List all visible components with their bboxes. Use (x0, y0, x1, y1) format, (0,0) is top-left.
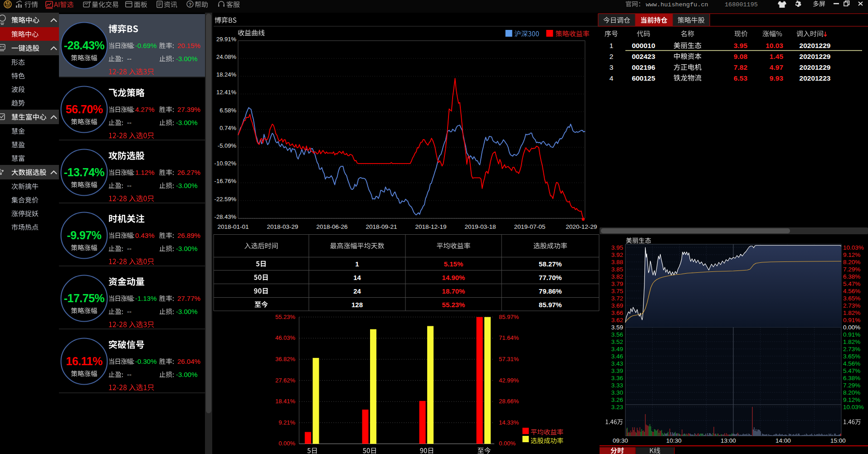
svg-text:3.59: 3.59 (611, 324, 623, 331)
svg-text:2: 2 (610, 53, 614, 60)
svg-text:1.12%: 1.12% (135, 169, 155, 176)
svg-text:1.45: 1.45 (770, 53, 784, 60)
svg-text:-3.00%: -3.00% (176, 308, 198, 315)
svg-text:0.43%: 0.43% (135, 232, 155, 239)
svg-text:4.56%: 4.56% (843, 360, 860, 367)
svg-text:-3.00%: -3.00% (176, 182, 198, 189)
svg-text:10.03%: 10.03% (843, 244, 864, 251)
svg-text:--: -- (127, 245, 132, 252)
svg-text:168001195: 168001195 (725, 1, 758, 8)
svg-text:55.23%: 55.23% (275, 314, 296, 320)
svg-text:27.77%: 27.77% (177, 295, 200, 302)
svg-text:-28.43%: -28.43% (215, 213, 237, 220)
svg-text:-17.75%: -17.75% (64, 292, 105, 304)
svg-text:3.30: 3.30 (611, 389, 623, 396)
svg-text:-3.00%: -3.00% (176, 245, 198, 252)
svg-text:24: 24 (353, 287, 361, 295)
svg-text:09:30: 09:30 (613, 437, 628, 444)
svg-text:26.04%: 26.04% (177, 357, 200, 365)
svg-text:18.70%: 18.70% (442, 287, 465, 295)
svg-text:28.66%: 28.66% (499, 398, 519, 405)
svg-text:2.73%: 2.73% (843, 302, 860, 309)
svg-text:3.79: 3.79 (611, 280, 623, 287)
svg-text:5.47%: 5.47% (843, 280, 860, 287)
svg-text:18.24%: 18.24% (216, 71, 237, 78)
svg-text:3.72: 3.72 (611, 295, 623, 302)
svg-text:0.74%: 0.74% (219, 125, 236, 131)
svg-text:0.00%: 0.00% (278, 440, 295, 447)
svg-text:?: ? (189, 2, 192, 7)
svg-text:3.82: 3.82 (611, 273, 623, 280)
svg-text:-3.00%: -3.00% (176, 55, 198, 63)
svg-text:20201229: 20201229 (800, 53, 831, 60)
svg-text:128: 128 (351, 301, 363, 309)
svg-text:15:00: 15:00 (830, 437, 846, 444)
svg-text:3.36: 3.36 (611, 375, 623, 382)
svg-text:-0.30%: -0.30% (135, 357, 157, 365)
svg-text:20201223: 20201223 (800, 74, 831, 82)
svg-text:000010: 000010 (632, 42, 655, 49)
svg-text:3.26: 3.26 (611, 396, 623, 403)
svg-text:4.56%: 4.56% (843, 288, 860, 295)
svg-text:3.75: 3.75 (611, 288, 623, 295)
svg-text:9.12%: 9.12% (843, 396, 860, 403)
svg-text:7.82: 7.82 (734, 63, 747, 71)
svg-text:26.89%: 26.89% (177, 232, 200, 239)
svg-text:10.03%: 10.03% (843, 404, 864, 411)
svg-text:--: -- (127, 119, 132, 126)
svg-text:0.00%: 0.00% (499, 440, 516, 447)
svg-text:7.29%: 7.29% (843, 382, 860, 389)
svg-text:18.41%: 18.41% (275, 398, 296, 405)
svg-text:9.12%: 9.12% (843, 251, 860, 258)
svg-text:-9.97%: -9.97% (67, 229, 101, 241)
svg-text:2018-09-21: 2018-09-21 (366, 223, 397, 230)
svg-text:3.88: 3.88 (611, 259, 623, 266)
svg-text:55.23%: 55.23% (442, 301, 465, 309)
svg-text:20201229: 20201229 (800, 63, 831, 71)
svg-text:0.91%: 0.91% (843, 331, 860, 338)
svg-text:57.31%: 57.31% (499, 356, 519, 362)
svg-text:42.99%: 42.99% (499, 377, 519, 384)
svg-text:8.20%: 8.20% (843, 389, 860, 396)
svg-text:2.73%: 2.73% (843, 346, 860, 353)
svg-text:79.86%: 79.86% (539, 287, 562, 295)
svg-text:--: -- (127, 55, 132, 63)
svg-text:3.62: 3.62 (611, 317, 623, 324)
svg-text:6.58%: 6.58% (219, 107, 236, 114)
svg-text:14.33%: 14.33% (499, 419, 519, 426)
svg-text:-1.13%: -1.13% (135, 295, 157, 302)
svg-text:3.95: 3.95 (734, 42, 748, 49)
svg-text:8.20%: 8.20% (843, 259, 860, 266)
svg-text:3: 3 (610, 63, 614, 71)
svg-text:3.43: 3.43 (611, 360, 623, 367)
svg-text:3.95: 3.95 (611, 244, 623, 251)
svg-text:27.62%: 27.62% (275, 377, 296, 384)
svg-text:1: 1 (355, 260, 359, 268)
svg-text:-10.92%: -10.92% (215, 160, 237, 167)
svg-text:20201229: 20201229 (800, 42, 831, 49)
svg-text:2019-03-18: 2019-03-18 (464, 223, 496, 230)
svg-text:3.65%: 3.65% (843, 295, 860, 302)
svg-text:2018-01-01: 2018-01-01 (217, 223, 249, 230)
svg-text:14.90%: 14.90% (442, 274, 465, 281)
svg-text:1: 1 (610, 42, 614, 49)
svg-text:2018-06-26: 2018-06-26 (316, 223, 347, 230)
svg-text:16.11%: 16.11% (66, 355, 102, 367)
svg-text:-22.59%: -22.59% (215, 196, 237, 203)
svg-text:36.82%: 36.82% (275, 356, 296, 362)
svg-text:-28.43%: -28.43% (64, 39, 105, 52)
svg-text:26.27%: 26.27% (177, 169, 200, 176)
svg-text:3.65%: 3.65% (843, 353, 860, 360)
svg-text:-16.76%: -16.76% (215, 178, 237, 184)
svg-text:56.70%: 56.70% (66, 103, 103, 116)
svg-text:3.39: 3.39 (611, 367, 623, 374)
svg-text:6.38%: 6.38% (843, 273, 860, 280)
svg-text:4.27%: 4.27% (135, 106, 155, 113)
svg-text:-3.00%: -3.00% (176, 371, 198, 378)
svg-text:002423: 002423 (632, 53, 655, 60)
svg-text:24.08%: 24.08% (216, 53, 237, 60)
svg-text:77.70%: 77.70% (539, 274, 562, 281)
svg-text:2020-12-29: 2020-12-29 (566, 223, 597, 230)
svg-text:46.03%: 46.03% (275, 334, 296, 341)
svg-text:1.82%: 1.82% (843, 309, 860, 316)
